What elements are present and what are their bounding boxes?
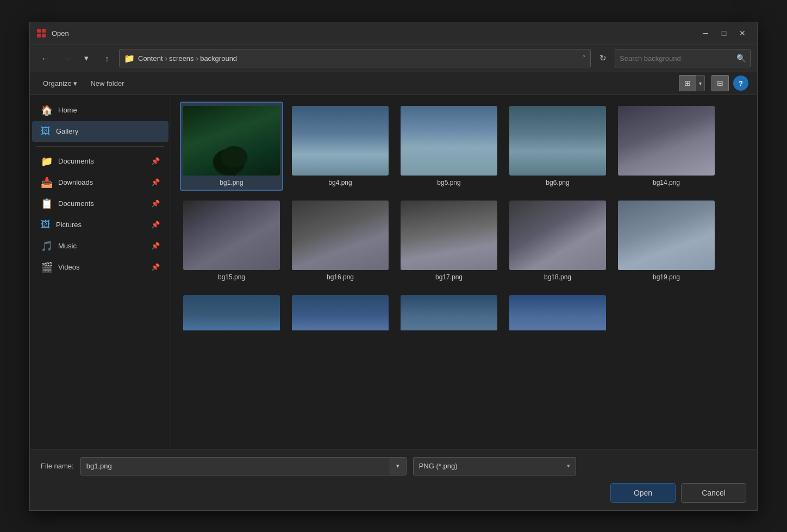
thumbnail-bg23	[509, 295, 606, 331]
file-area: bg1.png bg4.png bg5.png bg6.png bg14.png	[171, 95, 757, 449]
pin-icon: 📌	[151, 263, 160, 271]
folder-icon: 📁	[124, 53, 135, 64]
thumbnail-bg1	[183, 106, 280, 176]
close-button[interactable]: ✕	[734, 26, 751, 40]
thumbnail-bg15	[183, 201, 280, 270]
command-toolbar: Organize ▾ New folder ⊞ ▾ ⊟ ?	[30, 72, 757, 95]
sidebar-item-gallery[interactable]: 🖼 Gallery	[32, 121, 168, 142]
filename-input-wrap: ▾	[80, 457, 407, 475]
content-area: 🏠 Home 🖼 Gallery 📁 Documents 📌 📥 Downloa…	[30, 95, 757, 449]
pin-icon: 📌	[151, 221, 160, 229]
file-grid: bg1.png bg4.png bg5.png bg6.png bg14.png	[180, 102, 748, 331]
file-item-bg16[interactable]: bg16.png	[289, 196, 392, 285]
downloads-icon: 📥	[41, 177, 53, 189]
file-item-bg20[interactable]	[180, 291, 283, 331]
maximize-button[interactable]: □	[716, 26, 732, 40]
file-item-bg22[interactable]	[397, 291, 501, 331]
filetype-text: PNG (*.png)	[419, 462, 458, 470]
svg-rect-0	[37, 29, 41, 33]
address-path: Content › screens › background	[138, 54, 579, 62]
svg-rect-3	[42, 34, 46, 37]
gallery-icon: 🖼	[41, 126, 51, 137]
up-button[interactable]: ↑	[98, 49, 116, 67]
filename-label: File name:	[41, 462, 74, 470]
file-item-bg18[interactable]: bg18.png	[506, 196, 609, 285]
filename-dropdown-button[interactable]: ▾	[390, 457, 406, 475]
sidebar-item-label: Downloads	[58, 178, 93, 186]
file-name-bg14: bg14.png	[653, 179, 680, 186]
sidebar-item-videos[interactable]: 🎬 Videos 📌	[32, 257, 168, 278]
window-title: Open	[52, 29, 697, 37]
history-dropdown-button[interactable]: ▾	[78, 49, 95, 67]
view-dropdown-button[interactable]: ▾	[696, 75, 705, 91]
details-view-button[interactable]: ⊟	[711, 75, 729, 91]
svg-rect-1	[42, 29, 46, 33]
file-item-bg17[interactable]: bg17.png	[397, 196, 501, 285]
file-name-bg17: bg17.png	[435, 273, 463, 281]
help-button[interactable]: ?	[733, 76, 748, 91]
address-toolbar: ← → ▾ ↑ 📁 Content › screens › background…	[30, 45, 757, 72]
app-icon	[36, 28, 46, 38]
thumbnail-bg16	[292, 201, 389, 270]
address-dropdown-icon: ˅	[583, 55, 586, 62]
pictures-icon: 🖼	[41, 219, 51, 230]
pin-icon: 📌	[151, 242, 160, 250]
minimize-button[interactable]: ─	[697, 26, 714, 40]
search-button[interactable]: 🔍	[736, 54, 746, 62]
pin-icon: 📌	[151, 157, 160, 165]
sidebar-item-music[interactable]: 🎵 Music 📌	[32, 236, 168, 256]
sidebar-item-pictures[interactable]: 🖼 Pictures 📌	[32, 215, 168, 235]
title-bar: Open ─ □ ✕	[30, 22, 757, 45]
sidebar-item-downloads[interactable]: 📥 Downloads 📌	[32, 172, 168, 193]
sidebar-item-home[interactable]: 🏠 Home	[32, 100, 168, 121]
videos-icon: 🎬	[41, 261, 53, 273]
file-item-bg23[interactable]	[506, 291, 609, 331]
sidebar-item-documents2[interactable]: 📋 Documents 📌	[32, 193, 168, 214]
organize-button[interactable]: Organize ▾	[39, 77, 82, 90]
file-name-bg5: bg5.png	[437, 179, 460, 186]
file-name-bg18: bg18.png	[544, 273, 571, 281]
thumbnail-bg18	[509, 201, 606, 270]
file-item-bg5[interactable]: bg5.png	[397, 102, 501, 191]
forward-button[interactable]: →	[57, 49, 74, 67]
sidebar-item-label: Home	[58, 106, 77, 114]
refresh-button[interactable]: ↻	[594, 49, 611, 67]
thumbnail-bg21	[292, 295, 389, 331]
svg-rect-2	[37, 34, 41, 37]
thumbnail-bg19	[618, 201, 715, 270]
search-box: 🔍	[615, 49, 751, 67]
pin-icon: 📌	[151, 199, 160, 208]
thumbnail-bg22	[401, 295, 497, 331]
file-item-bg14[interactable]: bg14.png	[615, 102, 718, 191]
new-folder-button[interactable]: New folder	[86, 77, 128, 90]
filename-input[interactable]	[81, 462, 390, 470]
sidebar-divider	[36, 146, 164, 147]
filetype-select[interactable]: PNG (*.png) ▾	[413, 457, 576, 475]
documents-icon: 📁	[41, 155, 53, 167]
sidebar: 🏠 Home 🖼 Gallery 📁 Documents 📌 📥 Downloa…	[30, 95, 171, 449]
docs-icon: 📋	[41, 198, 53, 210]
search-input[interactable]	[620, 54, 733, 62]
file-name-bg16: bg16.png	[327, 273, 354, 281]
sidebar-item-documents1[interactable]: 📁 Documents 📌	[32, 151, 168, 172]
back-button[interactable]: ←	[36, 49, 54, 67]
open-dialog: Open ─ □ ✕ ← → ▾ ↑ 📁 Content › screens ›…	[29, 22, 758, 511]
open-button[interactable]: Open	[610, 483, 676, 503]
address-bar[interactable]: 📁 Content › screens › background ˅	[119, 49, 591, 67]
file-item-bg4[interactable]: bg4.png	[289, 102, 392, 191]
thumbnail-bg6	[509, 106, 606, 176]
window-controls: ─ □ ✕	[697, 26, 751, 40]
thumbnail-bg14	[618, 106, 715, 176]
file-item-bg6[interactable]: bg6.png	[506, 102, 609, 191]
file-item-bg1[interactable]: bg1.png	[180, 102, 283, 191]
cancel-button[interactable]: Cancel	[681, 483, 746, 503]
view-button-group: ⊞ ▾	[679, 75, 705, 91]
file-name-bg4: bg4.png	[328, 179, 352, 186]
view-icons-button[interactable]: ⊞	[679, 75, 696, 91]
thumbnail-bg20	[183, 295, 280, 331]
file-item-bg21[interactable]	[289, 291, 392, 331]
sidebar-item-label: Music	[58, 242, 77, 250]
file-name-bg1: bg1.png	[220, 179, 243, 186]
file-item-bg19[interactable]: bg19.png	[615, 196, 718, 285]
file-item-bg15[interactable]: bg15.png	[180, 196, 283, 285]
